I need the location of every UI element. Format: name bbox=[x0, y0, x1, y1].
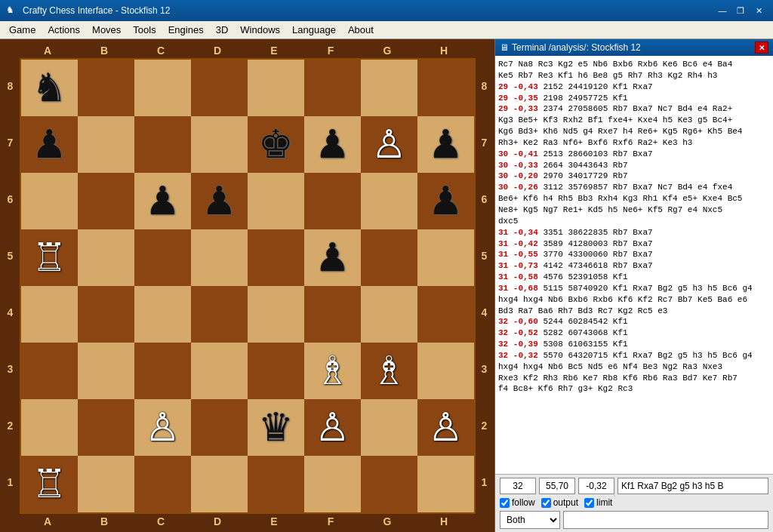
menu-item-3d[interactable]: 3D bbox=[210, 23, 235, 37]
cell-f5[interactable]: ♟ bbox=[304, 229, 361, 286]
col-label-g: G bbox=[359, 45, 416, 57]
cell-d5[interactable] bbox=[191, 229, 248, 286]
row-label-right-5: 5 bbox=[477, 228, 492, 284]
cell-h7[interactable]: ♟ bbox=[417, 116, 474, 173]
eval-input[interactable] bbox=[578, 478, 614, 494]
cell-h4[interactable] bbox=[417, 286, 474, 343]
cell-h6[interactable]: ♟ bbox=[417, 173, 474, 229]
cell-b4[interactable] bbox=[78, 286, 134, 343]
row-label-right-3: 3 bbox=[477, 341, 492, 398]
cell-d7[interactable] bbox=[191, 116, 248, 173]
cell-h5[interactable] bbox=[417, 229, 474, 286]
cell-e5[interactable] bbox=[248, 229, 304, 286]
cell-c8[interactable] bbox=[134, 60, 191, 116]
cell-a5[interactable]: ♖ bbox=[21, 229, 78, 286]
cell-b6[interactable] bbox=[78, 173, 134, 229]
side-select[interactable]: BothWhiteBlackNone bbox=[500, 511, 560, 529]
cell-h1[interactable] bbox=[417, 456, 474, 512]
col-label-bottom-g: G bbox=[359, 515, 416, 527]
cell-f6[interactable] bbox=[304, 173, 361, 229]
cell-g4[interactable] bbox=[361, 286, 417, 343]
cell-c6[interactable]: ♟ bbox=[134, 173, 191, 229]
cell-d3[interactable] bbox=[191, 343, 248, 399]
menu-item-windows[interactable]: Windows bbox=[234, 23, 286, 37]
cell-a6[interactable] bbox=[21, 173, 78, 229]
cell-a8[interactable]: ♞ bbox=[21, 60, 78, 116]
cell-h3[interactable] bbox=[417, 343, 474, 399]
cell-e6[interactable] bbox=[248, 173, 304, 229]
extra-input[interactable] bbox=[563, 511, 768, 529]
cell-a2[interactable] bbox=[21, 399, 78, 456]
limit-checkbox-label[interactable]: limit bbox=[584, 497, 612, 508]
cell-g3[interactable]: ♗ bbox=[361, 343, 417, 399]
cell-h2[interactable]: ♙ bbox=[417, 399, 474, 456]
cell-g6[interactable] bbox=[361, 173, 417, 229]
cell-e7[interactable]: ♚ bbox=[248, 116, 304, 173]
cell-f2[interactable]: ♙ bbox=[304, 399, 361, 456]
cell-d1[interactable] bbox=[191, 456, 248, 512]
output-checkbox[interactable] bbox=[541, 498, 551, 508]
cell-b1[interactable] bbox=[78, 456, 134, 512]
cell-a7[interactable]: ♟ bbox=[21, 116, 78, 173]
cell-f1[interactable] bbox=[304, 456, 361, 512]
menu-item-moves[interactable]: Moves bbox=[86, 23, 127, 37]
cell-a3[interactable] bbox=[21, 343, 78, 399]
title-bar-left: ♞ Crafty Chess Interface - Stockfish 12 bbox=[6, 5, 170, 17]
cell-f4[interactable] bbox=[304, 286, 361, 343]
cell-c4[interactable] bbox=[134, 286, 191, 343]
follow-checkbox[interactable] bbox=[500, 498, 510, 508]
col-label-bottom-a: A bbox=[20, 515, 76, 527]
menu-item-language[interactable]: Language bbox=[286, 23, 342, 37]
follow-checkbox-label[interactable]: follow bbox=[500, 497, 535, 508]
terminal-close-button[interactable]: ✕ bbox=[755, 42, 768, 54]
cell-b8[interactable] bbox=[78, 60, 134, 116]
cell-e4[interactable] bbox=[248, 286, 304, 343]
terminal-output[interactable]: Rc7 Na8 Rc3 Kg2 e5 Nb6 Bxb6 Rxb6 Ke6 Bc6… bbox=[495, 56, 773, 474]
cell-c7[interactable] bbox=[134, 116, 191, 173]
cell-b5[interactable] bbox=[78, 229, 134, 286]
menu-item-tools[interactable]: Tools bbox=[127, 23, 162, 37]
menu-item-actions[interactable]: Actions bbox=[42, 23, 86, 37]
close-window-button[interactable]: ✕ bbox=[750, 4, 767, 17]
depth-input[interactable] bbox=[500, 478, 536, 494]
cell-g7[interactable]: ♙ bbox=[361, 116, 417, 173]
piece-e7: ♚ bbox=[258, 125, 294, 164]
terminal-line: Kg3 Be5+ Kf3 Rxh2 Bf1 fxe4+ Kxe4 h5 Ke3 … bbox=[498, 115, 770, 126]
menu-item-engines[interactable]: Engines bbox=[162, 23, 210, 37]
output-checkbox-label[interactable]: output bbox=[541, 497, 578, 508]
cell-c5[interactable] bbox=[134, 229, 191, 286]
cell-a1[interactable]: ♖ bbox=[21, 456, 78, 512]
cell-c3[interactable] bbox=[134, 343, 191, 399]
cell-e8[interactable] bbox=[248, 60, 304, 116]
cell-f3[interactable]: ♗ bbox=[304, 343, 361, 399]
cell-h8[interactable] bbox=[417, 60, 474, 116]
cell-g5[interactable] bbox=[361, 229, 417, 286]
cell-e3[interactable] bbox=[248, 343, 304, 399]
cell-e2[interactable]: ♛ bbox=[248, 399, 304, 456]
menu-item-about[interactable]: About bbox=[342, 23, 380, 37]
move-input[interactable] bbox=[617, 478, 768, 494]
cell-d4[interactable] bbox=[191, 286, 248, 343]
cell-g8[interactable] bbox=[361, 60, 417, 116]
cell-d8[interactable] bbox=[191, 60, 248, 116]
cell-d2[interactable] bbox=[191, 399, 248, 456]
cell-a4[interactable] bbox=[21, 286, 78, 343]
minimize-button[interactable]: — bbox=[714, 4, 731, 17]
cell-c1[interactable] bbox=[134, 456, 191, 512]
cell-b7[interactable] bbox=[78, 116, 134, 173]
menu-item-game[interactable]: Game bbox=[3, 23, 42, 37]
cell-f8[interactable] bbox=[304, 60, 361, 116]
cell-c2[interactable]: ♙ bbox=[134, 399, 191, 456]
cell-g1[interactable] bbox=[361, 456, 417, 512]
limit-checkbox[interactable] bbox=[584, 498, 594, 508]
cell-b2[interactable] bbox=[78, 399, 134, 456]
cell-b3[interactable] bbox=[78, 343, 134, 399]
cell-f7[interactable]: ♟ bbox=[304, 116, 361, 173]
restore-button[interactable]: ❐ bbox=[732, 4, 749, 17]
cell-g2[interactable] bbox=[361, 399, 417, 456]
cell-d6[interactable]: ♟ bbox=[191, 173, 248, 229]
board-area: ABCDEFGH 87654321 ♞♟♚♟♙♟♟♟♟♖♟♗♗♙♛♙♙♖ 876… bbox=[0, 39, 494, 532]
cell-e1[interactable] bbox=[248, 456, 304, 512]
row-label-right-1: 1 bbox=[477, 454, 492, 511]
score-input[interactable] bbox=[539, 478, 575, 494]
